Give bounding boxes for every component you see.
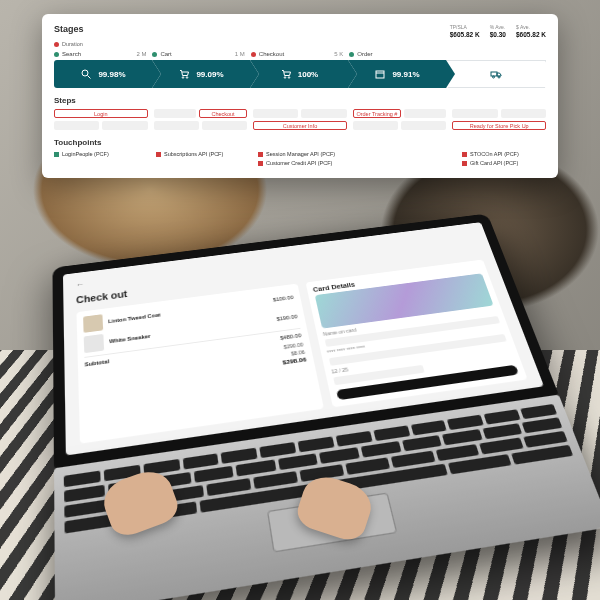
touchpoints-title: Touchpoints bbox=[54, 138, 546, 147]
step-chip[interactable]: Login bbox=[54, 109, 148, 118]
stage-cart[interactable]: 99.09% bbox=[152, 60, 250, 88]
stage-delivery[interactable] bbox=[446, 60, 546, 88]
step-chip[interactable] bbox=[501, 109, 546, 118]
legend: Duration bbox=[54, 41, 546, 47]
top-metrics: TP/SLA$605.82 K % Ave.$0.30 $ Ave.$605.8… bbox=[450, 24, 546, 38]
stage-search[interactable]: 99.98% bbox=[54, 60, 152, 88]
touchpoint[interactable]: Customer Credit API (PCF) bbox=[258, 160, 342, 166]
step-chip[interactable]: Order Tracking # bbox=[353, 109, 401, 118]
step-chip[interactable] bbox=[253, 109, 298, 118]
journey-dashboard: Stages TP/SLA$605.82 K % Ave.$0.30 $ Ave… bbox=[42, 14, 558, 178]
stage-arrows: 99.98% 99.09% 100% 99.91% bbox=[54, 60, 546, 88]
product-price: $190.00 bbox=[276, 314, 298, 322]
touchpoint-label: Session Manager API (PCF) bbox=[266, 151, 335, 157]
stage-count: 5 K bbox=[334, 51, 349, 57]
product-price: $100.00 bbox=[272, 295, 294, 303]
step-chip[interactable] bbox=[353, 121, 398, 130]
step-chip[interactable] bbox=[404, 109, 446, 118]
product-thumb bbox=[84, 334, 104, 353]
step-chip[interactable] bbox=[401, 121, 446, 130]
step-chip[interactable]: Checkout bbox=[199, 109, 247, 118]
step-chip[interactable] bbox=[154, 109, 196, 118]
step-chip[interactable] bbox=[301, 109, 346, 118]
stage-headers: Search2 M Cart1 M Checkout5 K Order bbox=[54, 51, 546, 57]
stage-pct: 99.09% bbox=[196, 70, 223, 79]
stage-pct: 99.98% bbox=[98, 70, 125, 79]
svg-point-9 bbox=[498, 76, 500, 78]
metric-label: $ Ave. bbox=[516, 24, 530, 30]
stage-name: Cart bbox=[160, 51, 171, 57]
subtotal-value: $480.00 bbox=[280, 332, 302, 340]
step-chip[interactable] bbox=[452, 109, 497, 118]
svg-rect-7 bbox=[491, 72, 497, 76]
search-icon bbox=[80, 68, 92, 80]
step-chip[interactable] bbox=[202, 121, 247, 130]
stage-order[interactable]: 99.91% bbox=[348, 60, 446, 88]
step-chip[interactable]: Ready for Store Pick Up bbox=[452, 121, 546, 130]
svg-point-4 bbox=[284, 77, 286, 79]
stage-name: Checkout bbox=[259, 51, 284, 57]
svg-point-0 bbox=[82, 70, 88, 76]
touchpoint[interactable]: STOCOn API (PCF) bbox=[462, 151, 546, 157]
metric-label: TP/SLA bbox=[450, 24, 467, 30]
steps-grid: Login Checkout Customer Info Order Track… bbox=[54, 109, 546, 130]
stage-pct: 100% bbox=[298, 70, 318, 79]
step-chip[interactable] bbox=[54, 121, 99, 130]
metric-label: % Ave. bbox=[490, 24, 505, 30]
svg-point-3 bbox=[187, 77, 189, 79]
product-thumb bbox=[83, 314, 103, 333]
touchpoint-label: Gift Card API (PCF) bbox=[470, 160, 518, 166]
touchpoint-label: Subscriptions API (PCF) bbox=[164, 151, 223, 157]
step-chip[interactable] bbox=[102, 121, 147, 130]
svg-line-1 bbox=[88, 76, 91, 79]
touchpoint-label: STOCOn API (PCF) bbox=[470, 151, 519, 157]
metric-value: $605.82 K bbox=[450, 31, 480, 38]
stage-count: 1 M bbox=[235, 51, 251, 57]
stage-pct: 99.91% bbox=[392, 70, 419, 79]
box-icon bbox=[374, 68, 386, 80]
touchpoints-grid: LoginPeople (PCF) Subscriptions API (PCF… bbox=[54, 151, 546, 166]
stage-checkout[interactable]: 100% bbox=[250, 60, 348, 88]
svg-point-5 bbox=[288, 77, 290, 79]
truck-icon bbox=[490, 68, 502, 80]
step-chip[interactable]: Customer Info bbox=[253, 121, 347, 130]
step-chip[interactable] bbox=[154, 121, 199, 130]
summary-line: $8.06 bbox=[291, 349, 306, 356]
touchpoint[interactable]: LoginPeople (PCF) bbox=[54, 151, 138, 157]
card-details-panel: Card Details Name on card **** **** ****… bbox=[305, 260, 528, 408]
stage-count: 2 M bbox=[136, 51, 152, 57]
touchpoint-label: LoginPeople (PCF) bbox=[62, 151, 109, 157]
stage-name: Search bbox=[62, 51, 81, 57]
checkout-items-panel: Linton Tweed Coat $100.00 White Sneaker … bbox=[76, 284, 323, 444]
svg-point-2 bbox=[183, 77, 185, 79]
metric-value: $0.30 bbox=[490, 31, 506, 38]
svg-point-8 bbox=[493, 76, 495, 78]
touchpoint[interactable]: Subscriptions API (PCF) bbox=[156, 151, 240, 157]
touchpoint[interactable]: Session Manager API (PCF) bbox=[258, 151, 342, 157]
cart-icon bbox=[178, 68, 190, 80]
metric-value: $605.82 K bbox=[516, 31, 546, 38]
cart-icon bbox=[280, 68, 292, 80]
summary-total: $298.06 bbox=[282, 357, 307, 366]
stage-name: Order bbox=[357, 51, 372, 57]
stages-title: Stages bbox=[54, 24, 84, 34]
svg-rect-6 bbox=[376, 71, 384, 78]
touchpoint-label: Customer Credit API (PCF) bbox=[266, 160, 332, 166]
legend-item: Duration bbox=[54, 41, 83, 47]
touchpoint[interactable]: Gift Card API (PCF) bbox=[462, 160, 546, 166]
steps-title: Steps bbox=[54, 96, 546, 105]
